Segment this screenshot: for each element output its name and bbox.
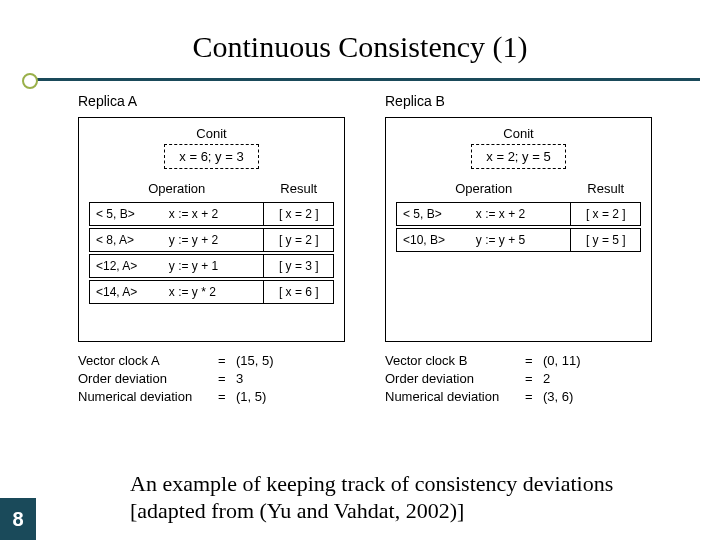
table-row: <12, A> y := y + 1 [ y = 3 ]: [90, 255, 334, 278]
conit-label-b: Conit: [503, 126, 533, 141]
op-header-a: Operation: [90, 181, 264, 203]
table-row: <10, B> y := y + 5 [ y = 5 ]: [397, 229, 641, 252]
title-area: Continuous Consistency (1): [0, 0, 720, 85]
figure-content: Replica A Conit x = 6; y = 3 Operation R…: [70, 88, 660, 470]
conit-value-b: x = 2; y = 5: [471, 144, 565, 169]
table-row: <14, A> x := y * 2 [ x = 6 ]: [90, 281, 334, 304]
res-header-b: Result: [571, 181, 641, 203]
replica-b-label: Replica B: [385, 93, 652, 109]
title-underline: [35, 78, 700, 81]
conit-value-a: x = 6; y = 3: [164, 144, 258, 169]
table-row: < 8, A> y := y + 2 [ y = 2 ]: [90, 229, 334, 252]
slide-title: Continuous Consistency (1): [0, 30, 720, 64]
replica-a-panel: Conit x = 6; y = 3 Operation Result < 5,…: [78, 117, 345, 342]
bullet-icon: [22, 73, 38, 89]
replica-b: Replica B Conit x = 2; y = 5 Operation R…: [385, 93, 652, 465]
replica-b-panel: Conit x = 2; y = 5 Operation Result < 5,…: [385, 117, 652, 342]
op-table-a: Operation Result < 5, B> x := x + 2 [ x …: [89, 181, 334, 304]
table-row: < 5, B> x := x + 2 [ x = 2 ]: [90, 203, 334, 226]
stats-a: Vector clock A=(15, 5) Order deviation=3…: [78, 352, 345, 407]
page-number: 8: [0, 498, 36, 540]
op-table-b: Operation Result < 5, B> x := x + 2 [ x …: [396, 181, 641, 252]
slide-caption: An example of keeping track of consisten…: [130, 471, 680, 524]
table-row: < 5, B> x := x + 2 [ x = 2 ]: [397, 203, 641, 226]
replica-a: Replica A Conit x = 6; y = 3 Operation R…: [78, 93, 345, 465]
conit-label-a: Conit: [196, 126, 226, 141]
op-header-b: Operation: [397, 181, 571, 203]
stats-b: Vector clock B=(0, 11) Order deviation=2…: [385, 352, 652, 407]
replica-a-label: Replica A: [78, 93, 345, 109]
res-header-a: Result: [264, 181, 334, 203]
